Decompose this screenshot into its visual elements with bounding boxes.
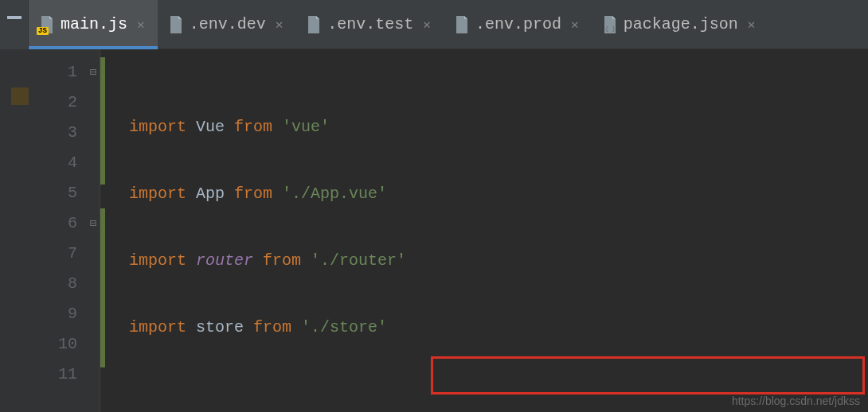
line-number-gutter: 1⊟ 2 3 4 5 6⊟ 7 8 9 10 11 <box>29 49 100 412</box>
line-number: 10 <box>58 335 77 353</box>
line-number: 1 <box>68 63 77 81</box>
vcs-change-markers <box>100 49 105 412</box>
fold-icon[interactable]: ⊟ <box>90 208 96 239</box>
tab-label: .env.prod <box>475 15 561 33</box>
editor-left-margin <box>0 49 29 412</box>
code-line <box>129 379 626 410</box>
line-number: 9 <box>68 305 77 323</box>
tab-package-json[interactable]: { } package.json ✕ <box>592 0 768 49</box>
fold-icon[interactable]: ⊟ <box>90 57 96 87</box>
file-icon <box>455 16 469 33</box>
line-number: 5 <box>68 184 77 202</box>
tool-window-strip[interactable] <box>0 0 29 49</box>
code-line: import store from './store' <box>129 313 626 343</box>
tab-label: .env.dev <box>190 15 266 33</box>
tab-label: .env.test <box>327 15 413 33</box>
code-line: import App from './App.vue' <box>129 179 626 209</box>
code-line: import Vue from 'vue' <box>129 112 626 142</box>
line-number: 7 <box>68 244 77 262</box>
close-icon[interactable]: ✕ <box>137 17 145 33</box>
js-file-icon: JS <box>40 16 54 33</box>
code-line: import router from './router' <box>129 246 626 276</box>
minimize-icon <box>7 16 22 19</box>
tab-env-prod[interactable]: .env.prod ✕ <box>444 0 592 49</box>
line-number: 3 <box>68 123 77 142</box>
file-icon <box>307 16 321 33</box>
tab-env-dev[interactable]: .env.dev ✕ <box>158 0 296 49</box>
close-icon[interactable]: ✕ <box>748 17 756 33</box>
code-editor[interactable]: 1⊟ 2 3 4 5 6⊟ 7 8 9 10 11 import Vue fro… <box>29 49 868 412</box>
line-number: 11 <box>58 365 77 383</box>
editor-tabs: JS main.js ✕ .env.dev ✕ .env.test ✕ .env… <box>29 0 868 49</box>
tab-env-test[interactable]: .env.test ✕ <box>295 0 444 49</box>
file-icon <box>169 16 183 33</box>
line-number: 8 <box>68 274 77 293</box>
bookmark-marker <box>11 87 29 105</box>
close-icon[interactable]: ✕ <box>571 17 579 33</box>
json-file-icon: { } <box>603 16 617 33</box>
close-icon[interactable]: ✕ <box>423 17 431 33</box>
tab-label: main.js <box>61 15 127 33</box>
close-icon[interactable]: ✕ <box>276 17 283 33</box>
line-number: 2 <box>68 93 77 111</box>
watermark-text: https://blog.csdn.net/jdkss <box>732 395 860 407</box>
line-number: 6 <box>68 214 77 232</box>
line-number: 4 <box>68 154 77 172</box>
tab-label: package.json <box>624 15 738 33</box>
svg-text:{ }: { } <box>605 25 616 32</box>
tab-main-js[interactable]: JS main.js ✕ <box>29 0 158 49</box>
code-area[interactable]: import Vue from 'vue' import App from '.… <box>100 49 626 412</box>
